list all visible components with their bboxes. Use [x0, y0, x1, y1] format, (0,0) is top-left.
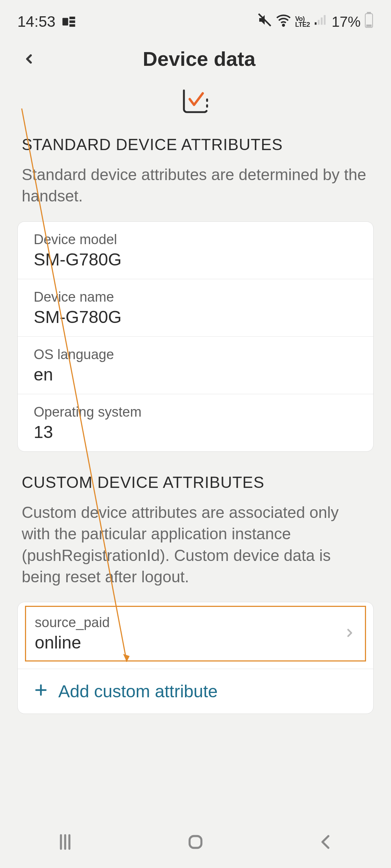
svg-rect-20	[190, 836, 202, 848]
status-right: Vo)LTE2 17%	[257, 12, 374, 31]
attr-row-os-language: OS language en	[18, 337, 373, 394]
svg-rect-7	[318, 20, 320, 25]
custom-attr-row[interactable]: source_paid online	[25, 606, 366, 661]
back-nav-button[interactable]	[316, 832, 336, 854]
home-button[interactable]	[185, 832, 206, 854]
svg-rect-1	[70, 17, 75, 19]
page-title: Device data	[22, 47, 377, 71]
attr-row-device-name: Device name SM-G780G	[18, 279, 373, 337]
header: Device data	[0, 36, 391, 81]
attr-value: SM-G780G	[34, 307, 357, 327]
attr-value: 13	[34, 422, 357, 442]
system-navigation-bar	[0, 817, 391, 868]
svg-rect-2	[70, 21, 75, 23]
attr-label: Operating system	[34, 404, 357, 420]
wifi-icon	[276, 12, 291, 31]
attr-label: Device name	[34, 289, 357, 305]
custom-attributes-card: source_paid online Add custom attribute	[17, 602, 374, 714]
plus-icon	[34, 681, 48, 701]
attr-row-device-model: Device model SM-G780G	[18, 222, 373, 279]
chevron-right-icon	[343, 626, 356, 641]
standard-section: STANDARD DEVICE ATTRIBUTES Standard devi…	[0, 136, 391, 207]
contacts-notification-icon	[61, 14, 76, 29]
battery-text: 17%	[332, 14, 361, 30]
recents-button[interactable]	[55, 832, 75, 854]
custom-attr-key: source_paid	[35, 615, 110, 630]
status-bar: 14:53 Vo)LTE2 17%	[0, 0, 391, 36]
attr-row-operating-system: Operating system 13	[18, 394, 373, 451]
standard-attributes-card: Device model SM-G780G Device name SM-G78…	[17, 221, 374, 452]
attr-label: OS language	[34, 347, 357, 362]
svg-rect-0	[63, 18, 68, 26]
signal-icon	[314, 13, 328, 31]
mute-icon	[257, 13, 272, 31]
custom-section-title: CUSTOM DEVICE ATTRIBUTES	[22, 473, 369, 492]
svg-rect-9	[324, 15, 325, 25]
add-custom-attribute-button[interactable]: Add custom attribute	[18, 669, 373, 714]
custom-section-desc: Custom device attributes are associated …	[22, 502, 369, 588]
add-custom-attribute-label: Add custom attribute	[58, 681, 218, 701]
attr-value: en	[34, 365, 357, 384]
svg-rect-3	[70, 24, 75, 27]
svg-rect-6	[315, 22, 316, 25]
attr-value: SM-G780G	[34, 250, 357, 269]
battery-icon	[364, 12, 374, 31]
volte-indicator: Vo)LTE2	[295, 16, 310, 27]
standard-section-title: STANDARD DEVICE ATTRIBUTES	[22, 136, 369, 154]
status-left: 14:53	[17, 13, 76, 30]
attr-label: Device model	[34, 232, 357, 247]
svg-rect-8	[321, 17, 323, 25]
custom-attr-value: online	[35, 633, 110, 652]
status-time: 14:53	[17, 13, 55, 30]
custom-section: CUSTOM DEVICE ATTRIBUTES Custom device a…	[0, 473, 391, 588]
svg-point-5	[283, 24, 284, 26]
standard-section-desc: Standard device attributes are determine…	[22, 164, 369, 207]
confirmed-icon	[0, 89, 391, 114]
svg-rect-12	[366, 25, 372, 27]
